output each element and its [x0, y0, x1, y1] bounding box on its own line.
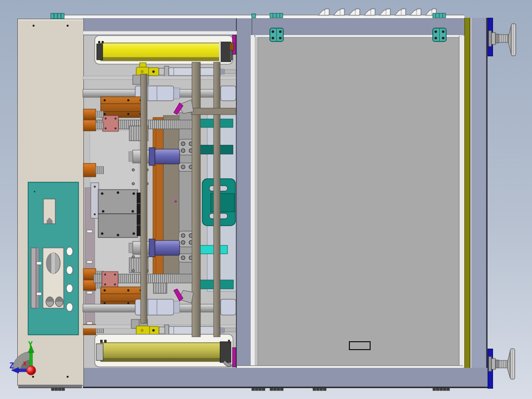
panel-knob-small-1[interactable]: [46, 297, 54, 307]
leveling-handwheel-bottom[interactable]: [489, 349, 515, 379]
magenta-dot: [175, 200, 177, 202]
magenta-sensor-top[interactable]: [174, 100, 193, 115]
orientation-triad: X Y Z: [9, 340, 36, 375]
gearbox-block-top[interactable]: [101, 97, 144, 118]
support-strut-2[interactable]: [192, 62, 200, 337]
cable-clips-top: [318, 9, 436, 15]
guide-rail-top: [83, 76, 236, 80]
magenta-sensor-bottom[interactable]: [174, 289, 193, 303]
frame-feet-tabs: [51, 388, 450, 391]
cyan-crossbar[interactable]: [196, 245, 228, 254]
origin-sphere: [27, 366, 36, 375]
safety-light-curtain-top[interactable]: [95, 36, 233, 64]
axis-x-label: X: [23, 360, 27, 367]
door-hinge-left[interactable]: [270, 28, 283, 41]
safety-light-curtain-bottom[interactable]: [95, 334, 233, 367]
mode-selector-knob[interactable]: [46, 253, 60, 274]
brown-block-edge: [229, 43, 234, 50]
hinge-barrel-left: [270, 13, 283, 18]
support-strut-3[interactable]: [214, 62, 220, 337]
axis-z-label: Z: [9, 361, 14, 370]
leveling-handwheel-top[interactable]: [489, 24, 516, 56]
hinge-barrel-right: [433, 13, 446, 18]
panel-knob-small-2[interactable]: [55, 297, 63, 307]
machinery-top-shelf: [83, 31, 237, 35]
cad-viewport: X Y Z: [0, 0, 532, 399]
cross-strut-top: [191, 108, 236, 115]
air-cylinder-top[interactable]: [169, 68, 236, 76]
guide-block-left[interactable]: [91, 183, 142, 238]
clamp-cylinder-lower[interactable]: [129, 239, 180, 257]
axis-y-label: Y: [28, 340, 33, 349]
magenta-strip-bottom: [232, 348, 236, 367]
door-hinge-right[interactable]: [433, 28, 446, 41]
clamp-cylinder-upper[interactable]: [129, 148, 180, 165]
support-strut-1[interactable]: [141, 74, 147, 323]
panel-top-tabs: [51, 13, 256, 19]
